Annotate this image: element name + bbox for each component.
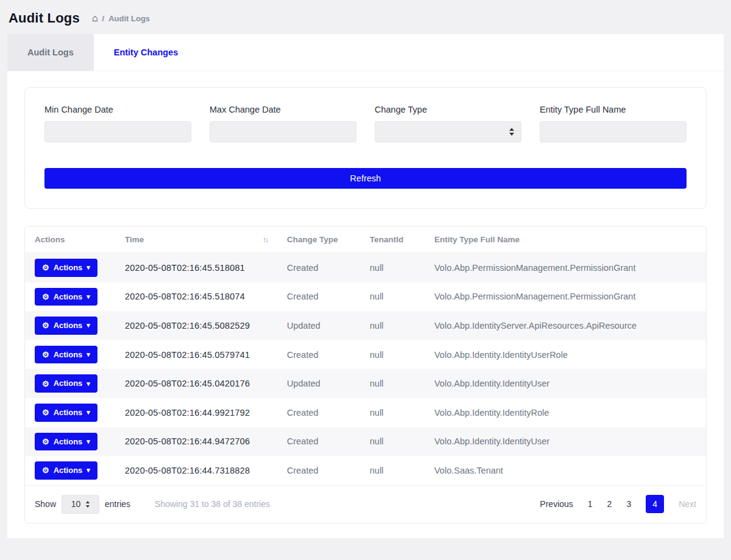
breadcrumb-separator: / — [102, 14, 105, 23]
filter-entity-type: Entity Type Full Name — [540, 105, 687, 142]
tenant-id-cell: null — [360, 398, 425, 427]
filter-card: Min Change Date Max Change Date Change T… — [24, 87, 707, 209]
column-header-entity-type: Entity Type Full Name — [425, 226, 706, 253]
row-actions-button[interactable]: ⚙ Actions ▾ — [35, 404, 97, 422]
row-actions-button[interactable]: ⚙ Actions ▾ — [35, 374, 97, 393]
entity-changes-table-card: Actions Time ↑↓ Change Type TenantId Ent… — [24, 226, 707, 523]
filter-change-type: Change Type — [375, 105, 521, 142]
row-actions-button[interactable]: ⚙ Actions ▾ — [35, 461, 97, 480]
entity-changes-table: Actions Time ↑↓ Change Type TenantId Ent… — [25, 226, 706, 485]
table-row: ⚙ Actions ▾ 2020-05-08T02:16:45.0579741 … — [25, 340, 706, 369]
sort-icon[interactable]: ↑↓ — [263, 236, 267, 244]
tabstrip: Audit Logs Entity Changes — [7, 34, 724, 71]
page-title: Audit Logs — [9, 10, 80, 26]
caret-down-icon: ▾ — [87, 293, 90, 300]
refresh-button[interactable]: Refresh — [44, 168, 687, 189]
table-row: ⚙ Actions ▾ 2020-05-08T02:16:44.7318828 … — [25, 456, 706, 485]
change-type-cell: Updated — [277, 311, 360, 340]
time-cell: 2020-05-08T02:16:45.518081 — [115, 253, 277, 282]
time-cell: 2020-05-08T02:16:44.7318828 — [115, 456, 277, 485]
pagination-previous[interactable]: Previous — [540, 499, 573, 509]
entity-type-cell: Volo.Abp.Identity.IdentityUser — [425, 369, 706, 398]
caret-down-icon: ▾ — [87, 467, 90, 474]
change-type-cell: Created — [277, 398, 360, 427]
filter-min-change-date: Min Change Date — [44, 105, 191, 142]
select-updown-icon — [509, 128, 514, 136]
home-icon[interactable]: ⌂ — [92, 13, 98, 23]
pagination-next[interactable]: Next — [679, 499, 696, 509]
time-cell: 2020-05-08T02:16:45.0420176 — [115, 369, 277, 398]
entries-label: entries — [105, 499, 130, 509]
caret-down-icon: ▾ — [87, 322, 90, 329]
tenant-id-cell: null — [360, 456, 425, 485]
entity-type-cell: Volo.Abp.Identity.IdentityUser — [425, 427, 706, 457]
tab-entity-changes[interactable]: Entity Changes — [94, 34, 199, 71]
change-type-cell: Updated — [277, 369, 360, 398]
table-footer: Show 10 entries Showing 31 to 38 of 38 e… — [25, 485, 706, 523]
table-row: ⚙ Actions ▾ 2020-05-08T02:16:45.5082529 … — [25, 311, 706, 340]
pagination: Previous 1 2 3 4 Next — [540, 495, 696, 513]
table-row: ⚙ Actions ▾ 2020-05-08T02:16:44.9472706 … — [25, 427, 706, 457]
gear-icon: ⚙ — [42, 293, 49, 301]
time-cell: 2020-05-08T02:16:45.0579741 — [115, 340, 277, 369]
time-cell: 2020-05-08T02:16:45.5082529 — [115, 311, 277, 340]
breadcrumb-current: Audit Logs — [108, 14, 150, 23]
tab-audit-logs[interactable]: Audit Logs — [7, 34, 94, 71]
max-change-date-input[interactable] — [210, 121, 356, 142]
column-header-actions: Actions — [25, 226, 115, 253]
gear-icon: ⚙ — [42, 321, 49, 329]
tab-body: Min Change Date Max Change Date Change T… — [7, 71, 724, 538]
filter-max-change-date: Max Change Date — [210, 105, 356, 142]
tenant-id-cell: null — [360, 427, 425, 457]
time-cell: 2020-05-08T02:16:44.9921792 — [115, 398, 277, 427]
entity-type-label: Entity Type Full Name — [540, 105, 687, 114]
min-change-date-label: Min Change Date — [44, 105, 191, 114]
caret-down-icon: ▾ — [87, 409, 90, 416]
row-actions-button[interactable]: ⚙ Actions ▾ — [35, 259, 97, 277]
pagination-page-3[interactable]: 3 — [626, 499, 631, 509]
gear-icon: ⚙ — [42, 408, 49, 416]
tenant-id-cell: null — [360, 253, 425, 282]
entity-type-cell: Volo.Abp.PermissionManagement.Permission… — [425, 282, 706, 312]
pagination-page-4-active[interactable]: 4 — [646, 495, 664, 513]
time-cell: 2020-05-08T02:16:45.518074 — [115, 282, 277, 312]
tenant-id-cell: null — [360, 311, 425, 340]
pagination-page-2[interactable]: 2 — [607, 499, 612, 509]
entity-type-input[interactable] — [540, 121, 687, 142]
row-actions-button[interactable]: ⚙ Actions ▾ — [35, 288, 97, 306]
gear-icon: ⚙ — [42, 466, 49, 474]
main-panel: Audit Logs Entity Changes Min Change Dat… — [7, 34, 724, 538]
page-size-select[interactable]: 10 — [62, 495, 99, 514]
row-actions-button[interactable]: ⚙ Actions ▾ — [35, 317, 97, 335]
table-row: ⚙ Actions ▾ 2020-05-08T02:16:45.0420176 … — [25, 369, 706, 398]
page-size-value: 10 — [71, 499, 81, 509]
min-change-date-input[interactable] — [44, 121, 191, 142]
time-cell: 2020-05-08T02:16:44.9472706 — [115, 427, 277, 457]
gear-icon: ⚙ — [42, 264, 49, 271]
max-change-date-label: Max Change Date — [210, 105, 356, 114]
column-header-time[interactable]: Time ↑↓ — [115, 226, 277, 253]
breadcrumb: ⌂ / Audit Logs — [92, 13, 150, 23]
column-header-tenant-id: TenantId — [360, 226, 425, 253]
table-header-row: Actions Time ↑↓ Change Type TenantId Ent… — [25, 226, 706, 253]
change-type-cell: Created — [277, 340, 360, 369]
row-actions-button[interactable]: ⚙ Actions ▾ — [35, 433, 97, 451]
entity-type-cell: Volo.Abp.Identity.IdentityRole — [425, 398, 706, 427]
row-actions-button[interactable]: ⚙ Actions ▾ — [35, 346, 97, 364]
change-type-label: Change Type — [375, 105, 521, 114]
tenant-id-cell: null — [360, 282, 425, 312]
showing-entries-text: Showing 31 to 38 of 38 entries — [155, 499, 270, 509]
table-row: ⚙ Actions ▾ 2020-05-08T02:16:45.518081 C… — [25, 253, 706, 282]
gear-icon: ⚙ — [42, 351, 49, 359]
page-header: Audit Logs ⌂ / Audit Logs — [0, 0, 731, 34]
entity-type-cell: Volo.Saas.Tenant — [425, 456, 706, 485]
pagination-page-1[interactable]: 1 — [588, 499, 593, 509]
entity-type-cell: Volo.Abp.IdentityServer.ApiResources.Api… — [425, 311, 706, 340]
show-label: Show — [35, 499, 56, 509]
change-type-select[interactable] — [375, 121, 521, 142]
gear-icon: ⚙ — [42, 380, 49, 388]
table-row: ⚙ Actions ▾ 2020-05-08T02:16:45.518074 C… — [25, 282, 706, 312]
caret-down-icon: ▾ — [87, 351, 90, 358]
change-type-cell: Created — [277, 253, 360, 282]
column-header-change-type: Change Type — [277, 226, 360, 253]
